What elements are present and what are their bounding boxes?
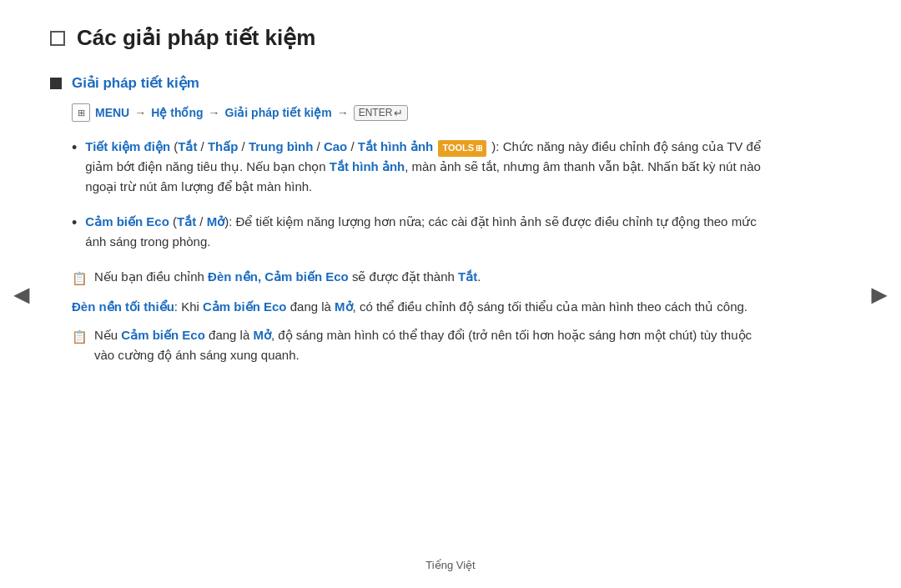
tip-state: Mở [335,299,353,314]
tools-icon: ⊞ [476,142,482,155]
title-checkbox-icon [50,31,65,46]
sep5: / [196,214,207,229]
note1-highlight1: Đèn nền, Cảm biến Eco [208,269,349,284]
menu-icon: ⊞ [72,103,90,122]
opt2-mo: Mở [207,214,225,229]
nav-right-button[interactable]: ► [866,279,893,309]
section-square-icon [50,78,62,89]
nav-left-button[interactable]: ◄ [8,279,35,309]
note2-text: Nếu Cảm biến Eco đang là Mở, độ sáng màn… [94,325,768,365]
arrow-sep-2: → [209,106,220,119]
note-icon-1: 📋 [72,269,88,289]
sep1: / [197,139,208,153]
note2-state: Mở [253,328,271,342]
opt-cao: Cao [324,139,347,153]
section-title: Giải pháp tiết kiệm [72,74,199,92]
footer-language: Tiếng Việt [425,559,475,571]
sep2: / [238,139,249,153]
opt-tat: Tắt [178,139,197,153]
bullet-item-2: • Cảm biến Eco (Tắt / Mở): Để tiết kiệm … [72,212,768,252]
tip-block: Đèn nền tối thiểu: Khi Cảm biến Eco đang… [72,297,768,317]
bullet-content-1: Tiết kiệm điện (Tắt / Thấp / Trung bình … [85,137,768,197]
arrow-sep-1: → [134,106,146,119]
page-title: Các giải pháp tiết kiệm [77,25,315,51]
note2-highlight: Cảm biến Eco [121,328,205,342]
menu-step2: Giải pháp tiết kiệm [225,106,332,119]
note1-end: . [477,269,481,284]
tip-rest: , có thể điều chỉnh độ sáng tối thiểu củ… [353,299,747,314]
opt2-tat: Tắt [177,214,196,229]
tip-mid: đang là [290,299,331,314]
bullet-dot-2: • [72,213,77,234]
opt-thap: Thấp [208,139,239,153]
tools-badge: TOOLS⊞ [438,140,486,157]
tip-colon: : Khi [174,299,199,314]
page-title-row: Các giải pháp tiết kiệm [50,25,768,51]
sep3: / [313,139,324,153]
menu-path: ⊞ MENU → Hệ thống → Giải pháp tiết kiệm … [72,103,768,122]
content-area: • Tiết kiệm điện (Tắt / Thấp / Trung bìn… [72,137,768,365]
section-title-row: Giải pháp tiết kiệm [50,74,768,92]
note2-mid: đang là [209,328,249,342]
highlight-tat-hinh-anh: Tắt hình ảnh [330,159,405,173]
bullet-content-2: Cảm biến Eco (Tắt / Mở): Để tiết kiệm nă… [85,212,768,252]
note1-prefix: Nếu bạn điều chỉnh [94,269,204,284]
enter-label: ENTER [359,107,393,118]
bullet-item-1: • Tiết kiệm điện (Tắt / Thấp / Trung bìn… [72,137,768,197]
menu-label: MENU [95,106,129,119]
opt-trung-binh: Trung bình [249,139,313,153]
tip-title: Đèn nền tối thiểu [72,299,174,314]
note2-prefix: Nếu [94,328,118,342]
enter-arrow-icon: ↵ [394,107,403,119]
note-icon-2: 📋 [72,327,88,347]
opt-tat-hinh-anh: Tắt hình ảnh [358,139,433,153]
menu-step1: Hệ thống [151,106,203,119]
term-tiet-kiem-dien: Tiết kiệm điện [85,139,170,153]
note-block-2: 📋 Nếu Cảm biến Eco đang là Mở, độ sáng m… [72,325,768,365]
tip-term: Cảm biến Eco [203,299,287,314]
sep4: / [347,139,358,153]
enter-badge: ENTER ↵ [354,105,409,121]
term-cam-bien-eco: Cảm biến Eco [85,214,169,229]
bullet-dot-1: • [72,138,77,158]
note1-text: Nếu bạn điều chỉnh Đèn nền, Cảm biến Eco… [94,267,481,287]
arrow-sep-3: → [337,106,349,119]
note-block-1: 📋 Nếu bạn điều chỉnh Đèn nền, Cảm biến E… [72,267,768,289]
note1-mid-text: sẽ được đặt thành [352,269,455,284]
note1-highlight2: Tắt [458,269,477,284]
